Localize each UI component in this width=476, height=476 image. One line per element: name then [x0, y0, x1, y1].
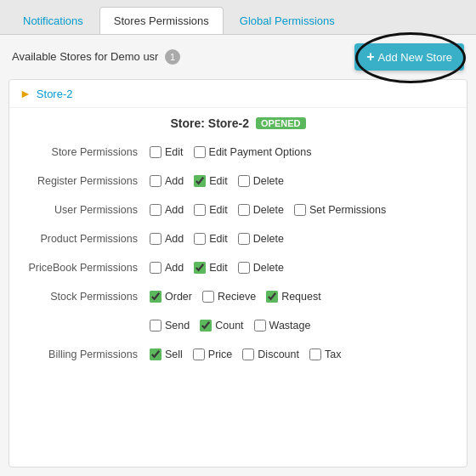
content-area: ► Store-2 Store: Store-2 OPENED Store Pe…: [8, 79, 468, 468]
permission-row: Register PermissionsAddEditDelete: [26, 171, 450, 191]
checkbox-option[interactable]: Delete: [238, 262, 284, 274]
checkbox-input[interactable]: [150, 348, 162, 360]
checkbox-label: Tax: [325, 348, 341, 360]
add-store-button[interactable]: + Add New Store: [354, 43, 464, 71]
checkbox-label: Add: [165, 204, 184, 216]
permission-options: AddEditDelete: [150, 233, 284, 245]
checkbox-option[interactable]: Add: [150, 233, 184, 245]
permission-extra-options: SendCountWastage: [150, 320, 310, 332]
checkbox-label: Add: [165, 233, 184, 245]
checkbox-input[interactable]: [193, 348, 205, 360]
checkbox-option[interactable]: Request: [266, 291, 321, 303]
permission-options: AddEditDeleteSet Permissions: [150, 204, 386, 216]
checkbox-label: Delete: [253, 262, 284, 274]
checkbox-option[interactable]: Edit: [194, 204, 228, 216]
checkbox-label: Price: [208, 348, 232, 360]
checkbox-label: Edit: [209, 175, 228, 187]
checkbox-option[interactable]: Edit: [150, 146, 184, 158]
checkbox-label: Delete: [253, 204, 284, 216]
checkbox-option[interactable]: Wastage: [254, 320, 311, 332]
permission-row: Stock PermissionsOrderRecieveRequest: [26, 286, 450, 307]
checkbox-option[interactable]: Edit Payment Options: [194, 146, 312, 158]
checkbox-input[interactable]: [242, 348, 254, 360]
checkbox-label: Add: [165, 262, 184, 274]
permissions-container: Store PermissionsEditEdit Payment Option…: [26, 142, 450, 365]
checkbox-option[interactable]: Add: [150, 262, 184, 274]
checkbox-option[interactable]: Send: [150, 320, 190, 332]
checkbox-option[interactable]: Delete: [238, 233, 284, 245]
checkbox-option[interactable]: Set Permissions: [294, 204, 386, 216]
checkbox-input[interactable]: [194, 146, 206, 158]
checkbox-option[interactable]: Recieve: [202, 291, 256, 303]
permission-options: SellPriceDiscountTax: [150, 348, 341, 360]
checkbox-input[interactable]: [200, 320, 212, 332]
checkbox-option[interactable]: Sell: [150, 348, 183, 360]
checkbox-input[interactable]: [150, 233, 162, 245]
checkbox-input[interactable]: [150, 291, 162, 303]
checkbox-input[interactable]: [194, 233, 206, 245]
permission-label: User Permissions: [26, 204, 150, 216]
checkbox-option[interactable]: Tax: [309, 348, 341, 360]
checkbox-input[interactable]: [238, 233, 250, 245]
permission-row: Product PermissionsAddEditDelete: [26, 229, 450, 249]
checkbox-input[interactable]: [238, 175, 250, 187]
tab-notifications[interactable]: Notifications: [8, 7, 98, 34]
header-row: Available Stores for Demo usr 1 + Add Ne…: [0, 35, 476, 79]
tab-global-permissions[interactable]: Global Permissions: [225, 7, 349, 34]
checkbox-option[interactable]: Add: [150, 175, 184, 187]
checkbox-input[interactable]: [194, 262, 206, 274]
checkbox-label: Count: [215, 320, 243, 332]
store-name-link[interactable]: Store-2: [37, 88, 73, 100]
checkbox-label: Request: [281, 291, 321, 303]
checkbox-option[interactable]: Edit: [194, 262, 228, 274]
plus-icon: +: [366, 49, 374, 65]
permission-label: Store Permissions: [26, 146, 150, 158]
checkbox-input[interactable]: [238, 204, 250, 216]
checkbox-label: Edit: [209, 233, 228, 245]
checkbox-input[interactable]: [194, 175, 206, 187]
checkbox-label: Order: [165, 291, 192, 303]
main-container: Notifications Stores Permissions Global …: [0, 0, 476, 476]
checkbox-input[interactable]: [150, 204, 162, 216]
checkbox-option[interactable]: Edit: [194, 233, 228, 245]
checkbox-option[interactable]: Add: [150, 204, 184, 216]
permission-label: Product Permissions: [26, 233, 150, 245]
checkbox-input[interactable]: [150, 320, 162, 332]
checkbox-input[interactable]: [194, 204, 206, 216]
checkbox-input[interactable]: [266, 291, 278, 303]
permission-label: Stock Permissions: [26, 291, 150, 303]
store-title-row: Store: Store-2 OPENED: [26, 116, 450, 130]
permission-row: PriceBook PermissionsAddEditDelete: [26, 258, 450, 278]
checkbox-option[interactable]: Order: [150, 291, 192, 303]
permission-row-extra: SendCountWastage: [26, 315, 450, 336]
checkbox-input[interactable]: [150, 175, 162, 187]
checkbox-option[interactable]: Delete: [238, 175, 284, 187]
permission-row: User PermissionsAddEditDeleteSet Permiss…: [26, 200, 450, 220]
checkbox-option[interactable]: Delete: [238, 204, 284, 216]
permission-row: Store PermissionsEditEdit Payment Option…: [26, 142, 450, 162]
checkbox-label: Edit: [165, 146, 184, 158]
checkbox-label: Discount: [258, 348, 299, 360]
checkbox-label: Send: [165, 320, 190, 332]
checkbox-label: Delete: [253, 175, 284, 187]
checkbox-option[interactable]: Discount: [242, 348, 299, 360]
permission-row: Billing PermissionsSellPriceDiscountTax: [26, 344, 450, 365]
checkbox-label: Wastage: [269, 320, 311, 332]
checkbox-label: Edit Payment Options: [209, 146, 312, 158]
checkbox-option[interactable]: Edit: [194, 175, 228, 187]
checkbox-input[interactable]: [309, 348, 321, 360]
checkbox-input[interactable]: [238, 262, 250, 274]
tab-stores-permissions[interactable]: Stores Permissions: [99, 7, 224, 34]
store-detail: Store: Store-2 OPENED Store PermissionsE…: [9, 108, 467, 382]
checkbox-input[interactable]: [294, 204, 306, 216]
checkbox-option[interactable]: Price: [193, 348, 232, 360]
checkbox-option[interactable]: Count: [200, 320, 243, 332]
checkbox-input[interactable]: [202, 291, 214, 303]
permission-label: PriceBook Permissions: [26, 262, 150, 274]
store-count-badge: 1: [165, 49, 180, 65]
available-stores-label: Available Stores for Demo usr 1: [12, 49, 180, 65]
checkbox-input[interactable]: [254, 320, 266, 332]
checkbox-input[interactable]: [150, 262, 162, 274]
permission-label: Billing Permissions: [26, 348, 150, 360]
checkbox-input[interactable]: [150, 146, 162, 158]
